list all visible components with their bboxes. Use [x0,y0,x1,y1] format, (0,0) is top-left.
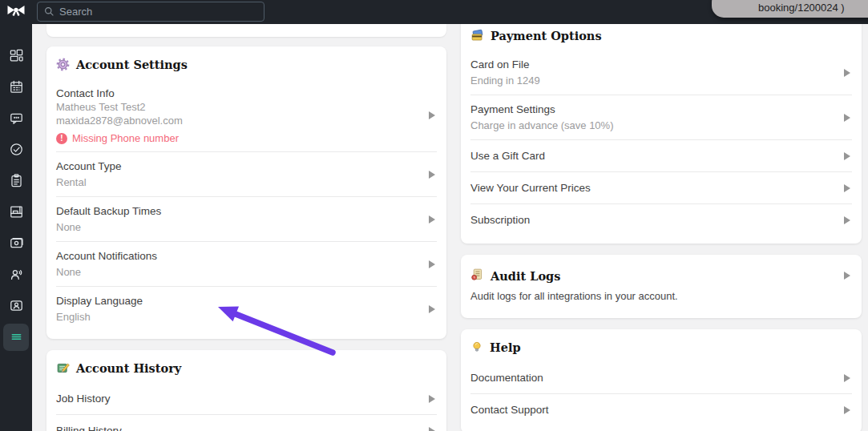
sidebar [0,0,32,431]
chat-icon [9,111,24,126]
chevron-right-icon [429,260,435,268]
exclamation-icon [56,133,67,144]
warning-text: Missing Phone number [72,132,179,144]
cash-icon [9,236,24,251]
default-backup-times-row[interactable]: Default Backup Times None [56,197,437,241]
person-card-icon [9,298,24,313]
row-value: None [56,220,161,234]
chevron-right-icon [429,427,435,431]
sidebar-item-dashboard[interactable] [0,40,32,71]
sidebar-item-payments[interactable] [0,228,32,259]
gift-card-row[interactable]: Use a Gift Card [470,140,852,171]
menu-icon [9,329,24,344]
search-box[interactable] [37,2,264,22]
left-column: Account Settings Contact Info Matheus Te… [46,24,446,431]
sidebar-item-calendar[interactable] [0,71,32,103]
help-card: Help Documentation Contact Support [461,329,862,431]
calendar-icon [9,79,24,95]
help-header: Help [470,337,852,362]
chevron-right-icon [429,305,435,313]
sidebar-nav [0,40,32,352]
current-prices-row[interactable]: View Your Current Prices [470,172,852,203]
card-title: Help [490,340,521,354]
sidebar-item-menu-active[interactable] [0,321,32,352]
clipboard-icon [9,173,24,188]
row-label: Contact Info [56,87,183,100]
sidebar-item-profile[interactable] [0,290,32,321]
sidebar-item-messages[interactable] [0,103,32,134]
right-column: Payment Options Card on File Ending in 1… [461,18,862,431]
chevron-right-icon [844,374,850,382]
display-language-row[interactable]: Display Language English [56,287,437,331]
row-value: English [56,310,143,324]
account-type-row[interactable]: Account Type Rental [56,152,437,196]
chevron-right-icon [429,111,435,119]
account-history-card: Account History Job History Billing Hist… [46,350,446,431]
settings-page: { "topbar": { "search_placeholder": "Sea… [0,0,868,431]
billing-history-row[interactable]: Billing History [56,415,437,431]
payment-settings-row[interactable]: Payment Settings Charge in advance (save… [470,95,852,139]
search-input[interactable] [59,6,257,18]
contact-name: Matheus Test Test2 [56,100,183,114]
row-label: Job History [56,392,111,405]
row-label: View Your Current Prices [470,181,591,195]
ledger-pencil-icon [56,361,70,375]
card-on-file-row[interactable]: Card on File Ending in 1249 [470,50,852,95]
row-label: Account Type [56,159,122,173]
bow-logo-icon[interactable] [6,3,26,20]
check-circle-icon [9,142,24,157]
chevron-right-icon [844,152,850,160]
credit-cards-icon [470,29,484,42]
row-label: Use a Gift Card [470,149,545,163]
lightbulb-icon [470,340,483,354]
chevron-right-icon [429,171,435,179]
topbar: booking/1200024 ) :white [32,0,868,24]
scroll-icon [470,268,484,284]
row-label: Billing History [56,424,122,431]
row-label: Card on File [470,58,540,71]
payment-options-card: Payment Options Card on File Ending in 1… [461,18,862,244]
chevron-right-icon [844,114,850,122]
card-title: Account Settings [76,58,188,71]
audit-logs-card[interactable]: Audit Logs Audit logs for all integratio… [461,255,862,318]
contact-info-row[interactable]: Contact Info Matheus Test Test2 maxida28… [56,79,437,151]
audit-logs-description: Audit logs for all integrations in your … [470,287,852,310]
audit-logs-header: Audit Logs [470,263,852,287]
subscription-row[interactable]: Subscription [470,204,852,236]
job-history-row[interactable]: Job History [56,383,437,414]
card-title: Account History [76,361,181,375]
notification-tooltip: booking/1200024 ) :white [712,0,868,18]
chevron-right-icon [844,69,850,77]
partial-card-top [46,24,446,37]
row-label: Display Language [56,294,143,308]
account-settings-header: Account Settings [56,54,437,79]
tooltip-text-left: booking/1200024 ) [758,2,845,14]
contact-email: maxida2878@abnovel.com [56,114,183,127]
row-value: Ending in 1249 [470,74,540,87]
active-item-highlight [3,324,29,351]
row-value: None [56,265,157,279]
person-speaking-icon [9,267,24,282]
chevron-right-icon [429,216,435,224]
sidebar-item-customers[interactable] [0,259,32,290]
row-value: Rental [56,175,122,189]
sidebar-item-storage[interactable] [0,196,32,228]
chevron-right-icon [844,406,850,414]
sidebar-item-tasks[interactable] [0,134,32,165]
row-label: Payment Settings [470,103,614,116]
sidebar-item-clipboard[interactable] [0,165,32,196]
row-label: Contact Support [470,403,549,417]
account-settings-card: Account Settings Contact Info Matheus Te… [46,46,446,339]
row-label: Default Backup Times [56,204,161,218]
chevron-right-icon [844,216,850,224]
documentation-row[interactable]: Documentation [470,362,852,393]
row-label: Documentation [470,371,543,385]
contact-support-row[interactable]: Contact Support [470,394,852,425]
dashboard-icon [9,48,24,63]
missing-phone-warning: Missing Phone number [56,132,183,144]
account-notifications-row[interactable]: Account Notifications None [56,242,437,286]
card-title: Payment Options [491,29,602,42]
chevron-right-icon [429,395,435,403]
account-history-header: Account History [56,358,437,383]
row-label: Account Notifications [56,249,157,263]
